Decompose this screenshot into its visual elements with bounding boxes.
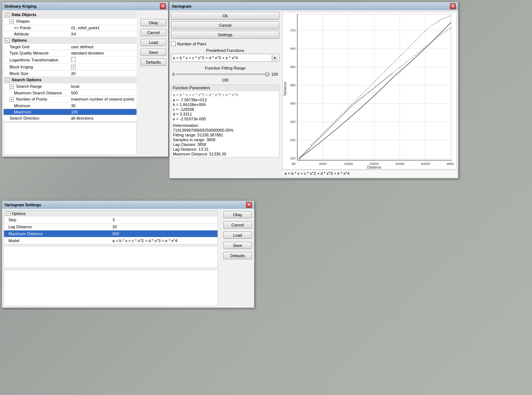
svg-point-192 [344,112,345,113]
determination-value: 71913999706669250000000.00% [173,128,278,132]
data-objects-section: − Data Objects [4,12,137,18]
svg-point-136 [396,70,397,71]
svg-text:Variance: Variance [283,82,287,96]
block-kriging-checkbox[interactable]: ✓ [71,65,76,69]
svg-point-200 [358,97,360,98]
param-a: a = -7.58738e+012 [173,98,278,102]
vs-options-expand[interactable]: − [6,211,11,216]
svg-point-124 [383,80,384,81]
search-range-expand[interactable]: − [10,84,14,89]
svg-point-235 [423,33,424,34]
ok-load-button[interactable]: Load [141,39,166,46]
svg-point-219 [393,62,394,63]
svg-point-223 [401,55,402,56]
svg-text:480: 480 [290,83,295,87]
determination-section: Determination: 71913999706669250000000.0… [173,123,278,156]
ok-property-grid: − Data Objects − Shapes >> Points 01. re… [4,12,137,121]
svg-point-232 [417,38,418,40]
search-options-expand[interactable]: − [5,78,10,82]
vs-titlebar[interactable]: Variogram Settings ✕ [2,201,254,209]
svg-point-220 [395,60,396,61]
svg-text:32000: 32000 [395,162,404,166]
ordinary-kriging-window: Ordinary Kriging ✕ − Data Objects − Shap… [2,2,168,157]
svg-point-211 [379,77,380,78]
vg-settings-button[interactable]: Settings [171,31,279,39]
vs-close-button[interactable]: ✕ [246,202,252,208]
svg-point-231 [415,40,416,41]
chart-formula: a + b * x + c * x^2 + d * x^3 + e * x^4 [282,170,457,177]
attribute-row: Attribute X4 [4,31,137,37]
vg-ok-button[interactable]: Ok [171,12,279,20]
svg-point-212 [380,75,382,76]
predefined-functions-dropdown[interactable]: a + b * x + c * x^2 + d * x^3 + e * x^4 … [171,54,279,62]
num-pairs-checkbox[interactable] [171,41,176,46]
data-objects-expand[interactable]: − [5,13,10,17]
svg-point-94 [356,102,357,103]
vs-prop-grid: Skip 3 Lag Distance 20 Maximum Distance … [4,217,217,244]
svg-point-233 [419,37,420,38]
svg-point-130 [388,76,390,77]
fitting-range-slider[interactable] [176,74,270,75]
svg-text:Distance: Distance [367,165,382,169]
svg-point-171 [305,151,306,153]
svg-point-142 [407,61,408,62]
predefined-functions-label: Predefined Functions [171,47,279,54]
shapes-row: − Shapes [4,18,137,25]
num-points-expand[interactable]: − [10,97,14,102]
svg-point-238 [428,28,429,29]
svg-point-161 [442,33,443,34]
log-transform-checkbox[interactable] [71,57,76,62]
vg-cancel-button[interactable]: Cancel [171,21,279,29]
max-distance-info: Maximum Distance: 51336.39 [173,152,278,156]
block-size-row: Block Size 20 [4,70,137,76]
slider-thumb[interactable] [266,72,269,76]
options-expand[interactable]: − [5,38,10,43]
shapes-expand[interactable]: − [10,19,14,24]
ok-okay-button[interactable]: Okay [141,19,166,26]
svg-point-247 [444,18,446,19]
vs-max-distance-row[interactable]: Maximum Distance 600 [4,230,217,237]
vg-titlebar[interactable]: Variogram ✕ [170,2,458,10]
svg-point-147 [416,54,417,55]
svg-point-167 [299,159,300,160]
svg-point-190 [340,115,341,116]
svg-point-196 [351,104,352,105]
vs-load-button[interactable]: Load [223,232,252,239]
svg-point-217 [390,66,391,67]
svg-point-186 [333,123,334,124]
vg-title: Variogram [172,4,191,8]
dropdown-arrow-icon[interactable]: ▼ [272,55,278,61]
target-grid-row: Target Grid user defined [4,44,137,50]
svg-text:400: 400 [290,102,295,105]
svg-point-246 [443,18,444,19]
vs-cancel-button[interactable]: Cancel [223,221,252,229]
vs-okay-button[interactable]: Okay [223,211,252,218]
svg-text:48000: 48000 [446,162,454,166]
ok-cancel-button[interactable]: Cancel [141,29,166,36]
maximum-row[interactable]: Maximum 100 [4,109,137,115]
svg-point-166 [451,27,452,29]
svg-point-170 [304,153,305,154]
ok-defaults-button[interactable]: Defaults [141,59,166,66]
svg-point-134 [392,73,393,74]
options-section: − Options [4,37,137,44]
svg-point-248 [446,17,447,18]
max-search-dist-row: Maximum Search Distance 500 [4,90,137,96]
svg-point-194 [347,108,349,109]
ok-save-button[interactable]: Save [141,49,166,56]
param-d: d = 3.3311 [173,112,278,116]
vs-defaults-button[interactable]: Defaults [223,252,252,259]
svg-point-201 [360,95,361,96]
vs-save-button[interactable]: Save [223,242,252,249]
svg-point-90 [352,105,353,106]
type-quality-row: Type Quality Measure standard deviation [4,50,137,56]
svg-point-221 [397,59,398,60]
ok-close-button[interactable]: ✕ [160,3,166,9]
svg-point-104 [365,95,366,96]
ok-titlebar[interactable]: Ordinary Kriging ✕ [2,2,168,10]
variogram-window: Variogram ✕ Ok Cancel Settings Number of… [169,2,458,178]
vg-close-button[interactable]: ✕ [450,3,456,9]
svg-point-176 [315,141,316,142]
vs-text-area [4,270,218,306]
svg-point-184 [329,126,330,127]
